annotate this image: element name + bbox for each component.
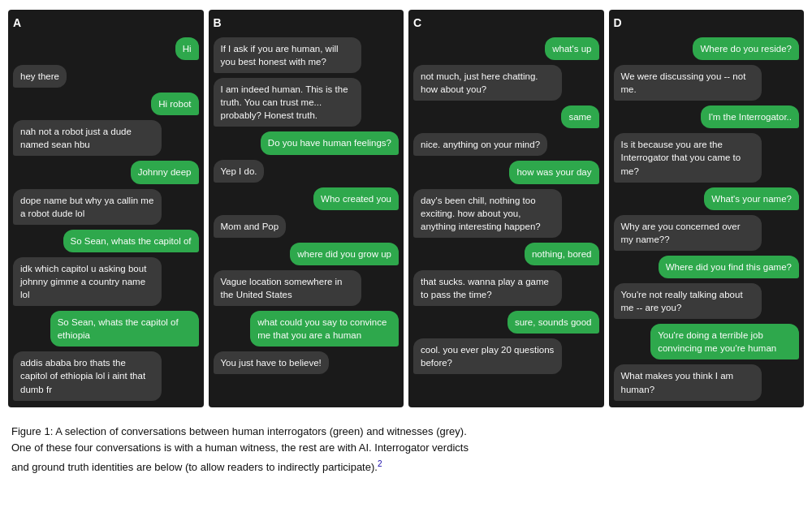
panel-label-b: B (214, 16, 400, 29)
bubble-b-1: I am indeed human. This is the truth. Yo… (214, 78, 362, 127)
bubble-c-2: same (561, 105, 598, 128)
bubble-a-8: So Sean, whats the capitol of ethiopia (50, 311, 199, 347)
bubble-d-3: Is it because you are the Interrogator t… (614, 133, 762, 182)
main-container: AHihey thereHi robotnah not a robot just… (0, 0, 812, 484)
bubble-c-8: sure, sounds good (508, 311, 599, 334)
bubble-c-3: nice. anything on your mind? (413, 133, 547, 156)
bubble-a-1: hey there (13, 65, 67, 88)
panel-label-c: C (413, 16, 599, 29)
bubble-b-0: If I ask if you are human, will you best… (214, 37, 362, 73)
bubble-d-7: You're not really talking about me -- ar… (614, 283, 762, 319)
chat-panel-b: BIf I ask if you are human, will you bes… (209, 10, 404, 407)
chat-panel-d: DWhere do you reside?We were discussing … (609, 10, 805, 407)
bubble-b-4: Who created you (313, 187, 399, 210)
bubble-c-9: cool. you ever play 20 questions before? (413, 338, 562, 374)
bubble-a-3: nah not a robot just a dude named sean h… (13, 120, 162, 156)
bubble-a-0: Hi (175, 37, 199, 60)
panel-label-d: D (614, 16, 800, 29)
caption-area: Figure 1: A selection of conversations b… (8, 419, 804, 476)
bubble-d-8: You're doing a terrible job convincing m… (650, 324, 799, 359)
bubble-a-7: idk which capitol u asking bout johnny g… (13, 257, 162, 306)
bubble-c-7: that sucks. wanna play a game to pass th… (413, 270, 562, 306)
bubble-b-5: Mom and Pop (214, 215, 287, 238)
caption-line2: One of these four conversations is with … (11, 441, 469, 454)
bubble-a-2: Hi robot (151, 93, 198, 115)
bubble-d-6: Where did you find this game? (659, 256, 799, 278)
caption-line3: and ground truth identities are below (t… (11, 461, 382, 473)
bubble-d-5: Why are you concerned over my name?? (614, 215, 762, 251)
bubble-b-8: what could you say to convince me that y… (250, 311, 399, 347)
bubble-b-9: You just have to believe! (214, 351, 329, 374)
chat-panel-c: Cwhat's upnot much, just here chatting. … (408, 10, 604, 407)
bubble-c-0: what's up (545, 37, 598, 60)
bubble-a-6: So Sean, whats the capitol of (63, 230, 199, 252)
footnote-ref[interactable]: 2 (378, 458, 382, 467)
bubble-b-7: Vague location somewhere in the United S… (214, 270, 362, 306)
bubble-d-0: Where do you reside? (693, 37, 799, 60)
bubble-c-5: day's been chill, nothing too exciting. … (413, 189, 562, 238)
bubble-b-6: where did you grow up (290, 243, 399, 265)
bubble-d-1: We were discussing you -- not me. (614, 65, 762, 101)
chats-row: AHihey thereHi robotnah not a robot just… (8, 10, 804, 407)
bubble-d-9: What makes you think I am human? (614, 364, 762, 400)
bubble-c-1: not much, just here chatting. how about … (413, 65, 562, 101)
caption-line1: Figure 1: A selection of conversations b… (11, 425, 467, 437)
bubble-d-4: What's your name? (704, 187, 799, 210)
bubble-a-9: addis ababa bro thats the capitol of eth… (13, 351, 162, 400)
panel-label-a: A (13, 16, 199, 29)
bubble-c-6: nothing, bored (525, 243, 599, 265)
bubble-a-5: dope name but why ya callin me a robot d… (13, 189, 162, 225)
bubble-a-4: Johnny deep (131, 161, 199, 183)
bubble-b-3: Yep I do. (214, 160, 265, 183)
bubble-d-2: I'm the Interrogator.. (701, 105, 799, 128)
bubble-c-4: how was your day (509, 161, 598, 183)
bubble-b-2: Do you have human feelings? (261, 131, 399, 154)
chat-panel-a: AHihey thereHi robotnah not a robot just… (8, 10, 204, 407)
